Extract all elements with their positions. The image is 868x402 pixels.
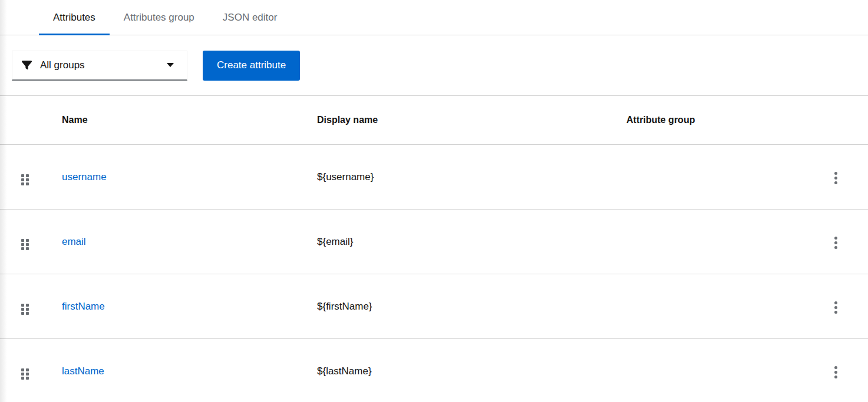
- name-cell: firstName: [62, 301, 317, 313]
- table-header-row: Name Display name Attribute group: [0, 96, 868, 145]
- name-cell: email: [62, 236, 317, 248]
- display-name-cell: ${firstName}: [317, 301, 626, 313]
- table-row-email: email ${email}: [0, 210, 868, 274]
- kebab-icon[interactable]: [830, 363, 842, 382]
- caret-down-icon: [167, 63, 174, 67]
- attribute-group-cell: [626, 177, 830, 177]
- actions-cell: [830, 167, 868, 188]
- tab-attributes-group-label: Attributes group: [124, 12, 194, 24]
- filter-icon: [22, 60, 32, 70]
- toolbar: All groups Create attribute: [0, 35, 868, 96]
- grip-vertical-icon[interactable]: [21, 368, 29, 380]
- drag-cell: [0, 363, 62, 380]
- drag-cell: [0, 298, 62, 315]
- tab-json-editor-label: JSON editor: [223, 12, 278, 24]
- drag-cell: [0, 169, 62, 185]
- header-spacer: [0, 120, 62, 121]
- create-attribute-button[interactable]: Create attribute: [203, 51, 300, 81]
- name-cell: username: [62, 171, 317, 183]
- tab-json-editor[interactable]: JSON editor: [209, 0, 292, 35]
- tab-attributes[interactable]: Attributes: [39, 0, 110, 35]
- column-header-name: Name: [62, 115, 317, 125]
- grip-vertical-icon[interactable]: [21, 174, 29, 185]
- display-name-cell: ${username}: [317, 171, 626, 183]
- attribute-name-link[interactable]: lastName: [62, 366, 104, 377]
- actions-cell: [830, 231, 868, 253]
- display-name-cell: ${email}: [317, 236, 626, 248]
- table-row-username: username ${username}: [0, 145, 868, 210]
- actions-cell: [830, 296, 868, 317]
- name-cell: lastName: [62, 366, 317, 377]
- drag-cell: [0, 234, 62, 250]
- kebab-icon[interactable]: [830, 298, 842, 317]
- grip-vertical-icon[interactable]: [21, 239, 29, 250]
- kebab-icon[interactable]: [830, 233, 842, 253]
- grip-vertical-icon[interactable]: [21, 304, 29, 315]
- display-name-cell: ${lastName}: [317, 366, 626, 377]
- tab-attributes-label: Attributes: [53, 12, 95, 24]
- attribute-group-cell: [626, 241, 830, 242]
- tab-bar: Attributes Attributes group JSON editor: [0, 0, 868, 35]
- tab-attributes-group[interactable]: Attributes group: [110, 0, 209, 35]
- attribute-name-link[interactable]: firstName: [62, 301, 105, 312]
- attribute-group-cell: [626, 306, 830, 307]
- attributes-table: Name Display name Attribute group userna…: [0, 96, 868, 402]
- header-actions-spacer: [830, 120, 868, 121]
- column-header-display-name: Display name: [317, 115, 626, 125]
- kebab-icon[interactable]: [830, 168, 842, 188]
- attribute-name-link[interactable]: username: [62, 171, 107, 182]
- group-filter-value: All groups: [40, 59, 167, 71]
- column-header-attribute-group: Attribute group: [626, 115, 830, 125]
- attribute-name-link[interactable]: email: [62, 236, 86, 247]
- actions-cell: [830, 361, 868, 382]
- table-row-lastname: lastName ${lastName}: [0, 339, 868, 402]
- attribute-group-cell: [626, 371, 830, 371]
- group-filter-select[interactable]: All groups: [12, 51, 187, 81]
- table-row-firstname: firstName ${firstName}: [0, 274, 868, 339]
